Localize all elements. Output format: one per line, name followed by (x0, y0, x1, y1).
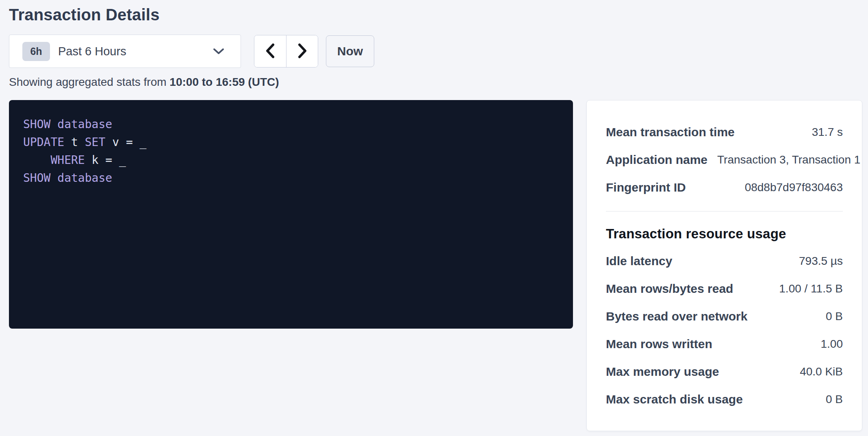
summary-value: 31.7 s (812, 126, 843, 139)
code-token-keyword: SHOW database (23, 171, 112, 185)
summary-label: Mean rows/bytes read (606, 282, 733, 296)
summary-value: Transaction 3, Transaction 1 (717, 153, 860, 166)
time-range-label: Past 6 Hours (58, 45, 126, 58)
summary-label: Mean transaction time (606, 125, 735, 139)
summary-label: Max scratch disk usage (606, 392, 743, 406)
transaction-details-page: Transaction Details 6h Past 6 Hours (0, 0, 868, 436)
code-line: WHERE k = _ (23, 151, 561, 169)
chevron-right-icon (297, 43, 308, 60)
summary-row: Application nameTransaction 3, Transacti… (606, 146, 843, 174)
sql-code-block: SHOW databaseUPDATE t SET v = _ WHERE k … (9, 100, 573, 329)
summary-label: Mean rows written (606, 337, 712, 351)
code-line: SHOW database (23, 116, 561, 133)
summary-value: 793.5 µs (799, 255, 843, 268)
time-controls: 6h Past 6 Hours (9, 35, 868, 68)
stats-caption-range: 10:00 to 16:59 (UTC) (169, 76, 279, 88)
code-line: SHOW database (23, 169, 561, 187)
summary-label: Idle latency (606, 254, 672, 268)
code-token-plain (23, 153, 50, 167)
stats-caption-prefix: Showing aggregated stats from (9, 76, 169, 88)
summary-top-section: Mean transaction time31.7 sApplication n… (606, 118, 843, 201)
chevron-left-icon (265, 43, 276, 60)
summary-row: Fingerprint ID08d8b7d97f830463 (606, 174, 843, 201)
stats-caption: Showing aggregated stats from 10:00 to 1… (9, 76, 868, 89)
code-token-keyword: WHERE (50, 153, 85, 167)
summary-resource-section: Idle latency793.5 µsMean rows/bytes read… (606, 247, 843, 413)
now-button[interactable]: Now (326, 35, 374, 67)
code-line: UPDATE t SET v = _ (23, 133, 561, 151)
section-heading: Transaction resource usage (606, 226, 843, 242)
summary-row: Mean rows written1.00 (606, 330, 843, 358)
code-token-plain: t (64, 135, 85, 149)
summary-label: Bytes read over network (606, 310, 747, 323)
summary-label: Max memory usage (606, 365, 719, 379)
time-range-badge: 6h (22, 42, 50, 61)
summary-value: 1.00 / 11.5 B (779, 282, 843, 295)
code-token-plain: v = _ (105, 135, 146, 149)
code-token-keyword: SHOW database (23, 118, 112, 131)
summary-row: Max scratch disk usage0 B (606, 386, 843, 413)
summary-row: Bytes read over network0 B (606, 303, 843, 330)
summary-value: 0 B (826, 310, 843, 323)
time-range-picker[interactable]: 6h Past 6 Hours (9, 35, 241, 68)
page-title: Transaction Details (9, 6, 868, 24)
next-time-button[interactable] (286, 35, 318, 67)
summary-label: Application name (606, 153, 707, 167)
section-divider (606, 211, 843, 211)
chevron-down-icon (213, 48, 224, 55)
summary-row: Mean rows/bytes read1.00 / 11.5 B (606, 275, 843, 303)
summary-row: Mean transaction time31.7 s (606, 118, 843, 146)
code-token-keyword: SET (85, 135, 106, 149)
summary-value: 08d8b7d97f830463 (745, 181, 843, 194)
summary-value: 40.0 KiB (800, 365, 843, 378)
summary-value: 0 B (826, 393, 843, 406)
time-nav-group (254, 35, 318, 68)
prev-time-button[interactable] (254, 35, 286, 67)
main-content: SHOW databaseUPDATE t SET v = _ WHERE k … (9, 100, 868, 431)
summary-value: 1.00 (821, 338, 843, 351)
summary-card: Mean transaction time31.7 sApplication n… (586, 100, 862, 431)
summary-row: Idle latency793.5 µs (606, 247, 843, 275)
summary-row: Max memory usage40.0 KiB (606, 358, 843, 386)
summary-label: Fingerprint ID (606, 181, 686, 194)
code-token-plain: k = _ (85, 153, 126, 167)
code-token-keyword: UPDATE (23, 135, 64, 149)
